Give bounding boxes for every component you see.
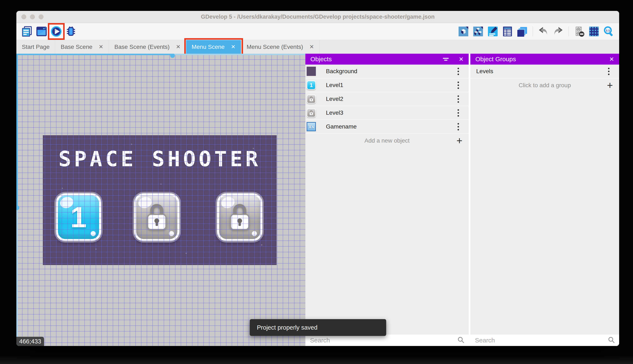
- canvas-horizontal-scrollbar[interactable]: [16, 54, 305, 55]
- tab-start-page[interactable]: Start Page: [16, 40, 55, 54]
- tab-base-scene[interactable]: Base Scene ✕: [55, 40, 109, 54]
- minimize-window-button[interactable]: [30, 14, 35, 19]
- undo-button[interactable]: [537, 26, 549, 37]
- text-object-icon: Tx: [307, 122, 316, 131]
- tab-close-icon[interactable]: ✕: [176, 44, 180, 50]
- object-row-level2[interactable]: Level2: [305, 92, 469, 106]
- zoom-original-button[interactable]: 1:1: [603, 26, 614, 37]
- screen-background: GDevelop 5 - /Users/dkarakay/Documents/G…: [0, 0, 633, 364]
- search-icon[interactable]: [457, 336, 464, 344]
- objects-panel-empty-area: [305, 148, 469, 334]
- objects-panel-header: Objects ✕: [305, 54, 469, 64]
- level3-object-icon: [307, 108, 316, 118]
- add-new-object-label: Add a new object: [365, 137, 410, 144]
- window-title: GDevelop 5 - /Users/dkarakay/Documents/G…: [16, 14, 619, 20]
- close-objects-panel-button[interactable]: ✕: [459, 56, 464, 63]
- panel-divider[interactable]: [469, 54, 470, 346]
- instances-list-button[interactable]: [502, 26, 513, 37]
- zoom-window-button[interactable]: [39, 14, 44, 19]
- toggle-grid-button[interactable]: [588, 26, 600, 37]
- object-row-level1[interactable]: 1 Level1: [305, 78, 469, 92]
- menu-scene-background[interactable]: SPACE SHOOTER 1: [43, 135, 277, 265]
- group-row-levels[interactable]: Levels: [470, 64, 619, 78]
- object-menu-icon[interactable]: [457, 122, 460, 131]
- tab-menu-scene-events[interactable]: Menu Scene (Events) ✕: [241, 40, 320, 54]
- star-speck: [261, 244, 262, 246]
- horizontal-scroll-thumb[interactable]: [16, 54, 173, 55]
- search-icon[interactable]: [608, 336, 615, 344]
- open-scene-button[interactable]: [36, 26, 48, 37]
- edit-object-button[interactable]: [458, 26, 469, 37]
- project-manager-button[interactable]: [21, 26, 33, 37]
- object-row-level3[interactable]: Level3: [305, 106, 469, 120]
- object-menu-icon[interactable]: [457, 81, 460, 90]
- cursor-coordinates: 466;433: [16, 337, 44, 346]
- scene-canvas[interactable]: SPACE SHOOTER 1: [16, 54, 305, 346]
- filter-icon[interactable]: [443, 58, 449, 60]
- groups-panel-empty-area: [470, 92, 619, 334]
- grid-icon: [588, 26, 600, 37]
- object-menu-icon[interactable]: [457, 67, 460, 76]
- object-menu-icon[interactable]: [457, 94, 460, 104]
- level2-button-instance[interactable]: [134, 193, 179, 241]
- edit-object-groups-button[interactable]: [472, 26, 484, 37]
- plus-icon[interactable]: +: [607, 80, 613, 90]
- level1-object-icon: 1: [307, 80, 316, 90]
- undo-icon: [538, 26, 549, 37]
- toolbar-left-group: [21, 26, 77, 37]
- close-object-groups-panel-button[interactable]: ✕: [609, 56, 614, 63]
- groups-search-bar: [470, 334, 619, 346]
- redo-button[interactable]: [552, 26, 564, 37]
- star-speck: [62, 188, 63, 189]
- lock-icon: [219, 196, 260, 239]
- debug-button[interactable]: [65, 26, 77, 37]
- level1-button-instance[interactable]: 1: [56, 193, 101, 241]
- group-menu-icon[interactable]: [607, 67, 610, 76]
- add-new-object-row[interactable]: Add a new object +: [305, 134, 469, 148]
- add-group-row[interactable]: Click to add a group +: [470, 78, 619, 92]
- background-object-icon: [307, 67, 316, 76]
- canvas-vertical-scrollbar[interactable]: [16, 54, 18, 346]
- gdevelop-window: GDevelop 5 - /Users/dkarakay/Documents/G…: [16, 11, 619, 346]
- tab-close-icon[interactable]: ✕: [231, 44, 235, 50]
- tab-label: Base Scene (Events): [114, 44, 170, 50]
- star-speck: [160, 184, 162, 185]
- tab-close-icon[interactable]: ✕: [99, 44, 103, 50]
- layers-icon: [516, 26, 528, 37]
- object-menu-icon[interactable]: [457, 108, 460, 118]
- object-name: Gamename: [326, 123, 357, 130]
- list-icon: [502, 26, 513, 37]
- group-name: Levels: [476, 68, 493, 75]
- groups-search-input[interactable]: [475, 336, 608, 344]
- zoom-ratio-label: 1:1: [606, 29, 610, 32]
- toolbar-right-group: 1:1: [458, 26, 614, 37]
- zoom-1-1-icon: 1:1: [603, 26, 614, 37]
- objects-search-input[interactable]: [309, 336, 457, 344]
- vertical-scroll-thumb[interactable]: [16, 54, 18, 208]
- tab-label: Menu Scene: [192, 44, 225, 50]
- layers-button[interactable]: [516, 26, 528, 37]
- level3-button-instance[interactable]: [217, 193, 262, 241]
- play-icon: [51, 26, 62, 37]
- objects-panel: Objects ✕ Background 1 Level1: [305, 54, 469, 346]
- tab-menu-scene[interactable]: Menu Scene ✕: [186, 40, 241, 54]
- object-row-background[interactable]: Background: [305, 64, 469, 78]
- object-row-gamename[interactable]: Tx Gamename: [305, 120, 469, 134]
- edit-properties-button[interactable]: [487, 26, 499, 37]
- mask-minus-icon: [574, 26, 585, 37]
- tab-base-scene-events[interactable]: Base Scene (Events) ✕: [109, 40, 186, 54]
- close-window-button[interactable]: [22, 14, 26, 19]
- scene-title-text[interactable]: SPACE SHOOTER: [43, 149, 277, 170]
- plus-icon[interactable]: +: [457, 136, 462, 146]
- objects-search-bar: [305, 334, 469, 346]
- object-groups-cubes-icon: [472, 26, 484, 37]
- horizontal-scroll-knob[interactable]: [170, 54, 175, 58]
- save-toast: Project properly saved: [250, 319, 386, 336]
- play-button[interactable]: [50, 26, 62, 37]
- object-name: Level1: [326, 82, 343, 88]
- toggle-instances-mask-button[interactable]: [573, 26, 585, 37]
- tab-close-icon[interactable]: ✕: [309, 44, 314, 50]
- vertical-scroll-knob[interactable]: [16, 206, 19, 210]
- tab-label: Start Page: [22, 44, 50, 50]
- object-cube-icon: [458, 26, 469, 37]
